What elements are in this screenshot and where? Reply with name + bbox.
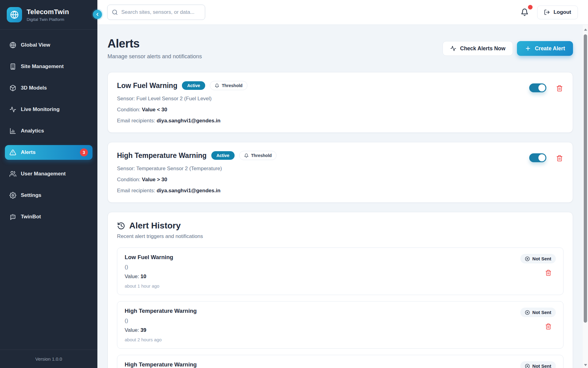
- alert-title-row: High Temperature Warning Active Threshol…: [117, 151, 277, 160]
- alert-card: Low Fuel Warning Active Threshold Sensor…: [107, 72, 573, 133]
- delete-alert-button[interactable]: [556, 84, 564, 92]
- page-title: Alerts: [107, 37, 202, 50]
- condition-label: Condition:: [117, 177, 141, 182]
- sidebar-item-twinbot[interactable]: TwinBot: [5, 209, 92, 224]
- trash-icon: [545, 323, 552, 330]
- scroll-up-arrow-icon[interactable]: [584, 29, 587, 31]
- delete-alert-button[interactable]: [556, 154, 564, 162]
- sensor-value: Fuel Level Sensor 2 (Fuel Level): [136, 96, 212, 102]
- bar-chart-icon: [9, 128, 16, 134]
- alerts-count-badge: 3: [80, 148, 88, 156]
- sidebar-item-alerts[interactable]: Alerts 3: [5, 145, 92, 160]
- check-alerts-label: Check Alerts Now: [460, 45, 505, 52]
- notifications-button[interactable]: [521, 8, 529, 16]
- condition-value: Value < 30: [142, 107, 167, 113]
- bell-icon: [244, 153, 249, 158]
- history-entry-value-line: Value: 39: [125, 327, 197, 333]
- version-label: Version 1.0.0: [35, 356, 62, 362]
- check-alerts-button[interactable]: Check Alerts Now: [443, 41, 513, 56]
- history-subtitle: Recent alert triggers and notifications: [117, 233, 564, 240]
- delete-history-button[interactable]: [545, 269, 552, 277]
- sensor-label: Sensor:: [117, 96, 135, 102]
- history-entry-time: about 2 hours ago: [125, 337, 197, 342]
- history-entry-body: Low Fuel Warning () Value: 10 about 1 ho…: [125, 254, 173, 289]
- topbar: Logout: [97, 0, 588, 25]
- alert-condition-line: Condition: Value > 30: [117, 177, 277, 183]
- sidebar-collapse-button[interactable]: [93, 10, 102, 19]
- bot-icon: [9, 213, 16, 220]
- alert-email-line: Email recipients: diya.sanghvi1@gendes.i…: [117, 118, 247, 124]
- alert-enabled-toggle[interactable]: [529, 83, 546, 92]
- history-entry-body: High Temperature Warning () Value: 39 ab…: [125, 308, 197, 342]
- sidebar-item-site-management[interactable]: Site Management: [5, 59, 92, 74]
- sidebar-item-settings[interactable]: Settings: [5, 188, 92, 203]
- bell-icon: [215, 83, 219, 88]
- page-actions: Check Alerts Now Create Alert: [443, 41, 573, 56]
- history-header: Alert History: [117, 221, 564, 231]
- history-entry-value-line: Value: 10: [125, 274, 173, 280]
- sent-status-badge: Not Sent: [520, 308, 556, 317]
- search-input[interactable]: [121, 9, 201, 15]
- trash-icon: [556, 85, 563, 92]
- logout-button[interactable]: Logout: [537, 6, 578, 19]
- toggle-knob: [538, 84, 545, 91]
- sidebar-item-global-view[interactable]: Global View: [5, 38, 92, 52]
- app-subtitle: Digital Twin Platform: [27, 17, 69, 22]
- building-icon: [9, 63, 16, 70]
- value-label: Value:: [125, 327, 139, 333]
- alert-card-body: Low Fuel Warning Active Threshold Sensor…: [117, 81, 247, 124]
- sent-status-badge: Not Sent: [520, 254, 556, 263]
- search-box[interactable]: [107, 5, 205, 20]
- status-badge: Active: [182, 81, 205, 90]
- app-title: TelecomTwin: [27, 8, 69, 16]
- alert-enabled-toggle[interactable]: [529, 153, 546, 162]
- delete-history-button[interactable]: [545, 323, 552, 330]
- vertical-scrollbar[interactable]: [583, 25, 588, 368]
- create-alert-button[interactable]: Create Alert: [517, 41, 573, 56]
- logout-icon: [544, 9, 550, 15]
- brand: TelecomTwin Digital Twin Platform: [0, 0, 97, 30]
- x-circle-icon: [525, 256, 530, 261]
- history-entry: High Temperature Warning () Not Sent: [117, 355, 564, 368]
- trash-icon: [545, 270, 552, 276]
- sidebar-item-label: Alerts: [21, 149, 36, 155]
- scroll-down-arrow-icon[interactable]: [584, 364, 587, 366]
- activity-icon: [9, 106, 16, 113]
- users-icon: [9, 171, 16, 177]
- sidebar-item-label: Live Monitoring: [21, 106, 60, 113]
- sidebar-item-user-management[interactable]: User Management: [5, 167, 92, 181]
- value: 39: [141, 327, 146, 333]
- sidebar-item-label: User Management: [21, 171, 66, 177]
- history-icon: [117, 222, 125, 230]
- globe-icon: [9, 42, 16, 48]
- history-entry-name: Low Fuel Warning: [125, 254, 173, 261]
- warning-triangle-icon: [9, 149, 16, 156]
- brand-text: TelecomTwin Digital Twin Platform: [27, 8, 69, 22]
- history-entry-detail: (): [125, 318, 197, 324]
- page-header: Alerts Manage sensor alerts and notifica…: [107, 37, 573, 60]
- history-entry-name: High Temperature Warning: [125, 308, 197, 314]
- sidebar-item-3d-models[interactable]: 3D Models: [5, 81, 92, 95]
- alert-controls: [529, 81, 564, 124]
- search-icon: [112, 9, 118, 15]
- alert-card-body: High Temperature Warning Active Threshol…: [117, 151, 277, 194]
- sidebar-item-label: TwinBot: [21, 214, 41, 220]
- alert-email-line: Email recipients: diya.sanghvi1@gendes.i…: [117, 188, 277, 194]
- alert-sensor-line: Sensor: Fuel Level Sensor 2 (Fuel Level): [117, 96, 247, 102]
- history-entry-body: High Temperature Warning (): [125, 361, 197, 368]
- status-badge: Active: [211, 151, 235, 160]
- sidebar-item-live-monitoring[interactable]: Live Monitoring: [5, 102, 92, 117]
- content-column: Logout Alerts Manage sensor alerts and n…: [97, 0, 588, 368]
- sent-status-label: Not Sent: [532, 310, 551, 315]
- alert-condition-line: Condition: Value < 30: [117, 107, 247, 113]
- chevron-left-icon: [95, 12, 100, 17]
- notification-dot: [528, 5, 533, 10]
- email-label: Email recipients:: [117, 188, 155, 194]
- create-alert-label: Create Alert: [535, 45, 565, 52]
- sidebar-item-analytics[interactable]: Analytics: [5, 124, 92, 138]
- sidebar-footer: Version 1.0.0: [0, 350, 97, 368]
- type-badge-label: Threshold: [251, 153, 272, 158]
- cube-icon: [9, 85, 16, 91]
- scrollbar-thumb[interactable]: [584, 34, 587, 323]
- type-badge: Threshold: [210, 81, 247, 90]
